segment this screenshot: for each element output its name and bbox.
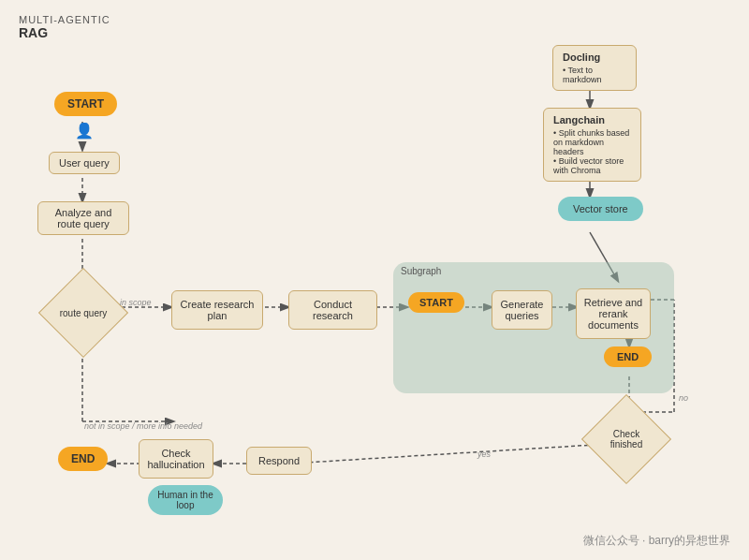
conduct-research-box: Conduct research: [288, 290, 377, 330]
title-line2: RAG: [19, 25, 110, 40]
end-main-node: END: [58, 447, 108, 471]
subgraph-end-node: END: [604, 346, 652, 367]
check-finished-container: Check finished: [595, 407, 658, 471]
route-label: route query: [55, 308, 111, 318]
yes-label: yes: [477, 449, 491, 459]
retrieve-rerank-node: Retrieve and rerank documents: [576, 288, 651, 339]
docling-title: Docling: [563, 52, 626, 63]
retrieve-rerank-box: Retrieve and rerank documents: [576, 288, 651, 339]
create-research-node: Create research plan: [171, 290, 263, 330]
user-query-box: User query: [49, 152, 120, 174]
diagram: MULTI-AGENTIC RAG: [0, 0, 749, 560]
no-label: no: [679, 393, 688, 403]
docling-box: Docling • Text to markdown: [552, 45, 637, 91]
vector-store-oval: Vector store: [558, 197, 643, 221]
create-research-box: Create research plan: [171, 290, 263, 330]
user-icon: 👤: [75, 122, 94, 140]
svg-line-10: [290, 445, 595, 464]
subgraph-label: Subgraph: [401, 266, 441, 276]
check-hallucination-box: Check hallucination: [139, 439, 213, 479]
langchain-text: • Split chunks based on markdown headers…: [553, 128, 631, 175]
subgraph-start-node: START: [408, 292, 464, 313]
analyze-node: Analyze and route query: [37, 201, 129, 235]
user-query-node: User query: [49, 152, 120, 174]
title-area: MULTI-AGENTIC RAG: [19, 14, 110, 40]
start-oval: START: [54, 92, 117, 116]
langchain-box: Langchain • Split chunks based on markdo…: [543, 108, 641, 182]
vector-store-node: Vector store: [558, 197, 643, 221]
subgraph-end-oval: END: [604, 346, 652, 367]
title-line1: MULTI-AGENTIC: [19, 14, 110, 25]
human-loop-node: Human in the loop: [148, 485, 223, 515]
not-in-scope-label: not in scope / more info needed: [84, 421, 202, 431]
in-scope-label: in scope: [120, 298, 152, 307]
generate-queries-node: Generate queries: [492, 290, 552, 330]
generate-queries-box: Generate queries: [492, 290, 552, 330]
docling-text: • Text to markdown: [563, 66, 626, 84]
analyze-box: Analyze and route query: [37, 201, 129, 235]
langchain-node: Langchain • Split chunks based on markdo…: [543, 108, 641, 182]
watermark: 微信公众号 · barry的异想世界: [583, 533, 730, 549]
conduct-research-node: Conduct research: [288, 290, 377, 330]
subgraph-start-oval: START: [408, 292, 464, 313]
route-diamond-container: route query: [51, 281, 115, 345]
check-finished-label: Check finished: [596, 429, 657, 449]
langchain-title: Langchain: [553, 114, 631, 125]
end-main-oval: END: [58, 447, 108, 471]
human-loop-oval: Human in the loop: [148, 485, 223, 515]
respond-box: Respond: [246, 447, 312, 475]
docling-node: Docling • Text to markdown: [552, 45, 637, 91]
start-node: START: [54, 92, 117, 116]
respond-node: Respond: [246, 447, 312, 475]
check-hallucination-node: Check hallucination: [139, 439, 213, 479]
